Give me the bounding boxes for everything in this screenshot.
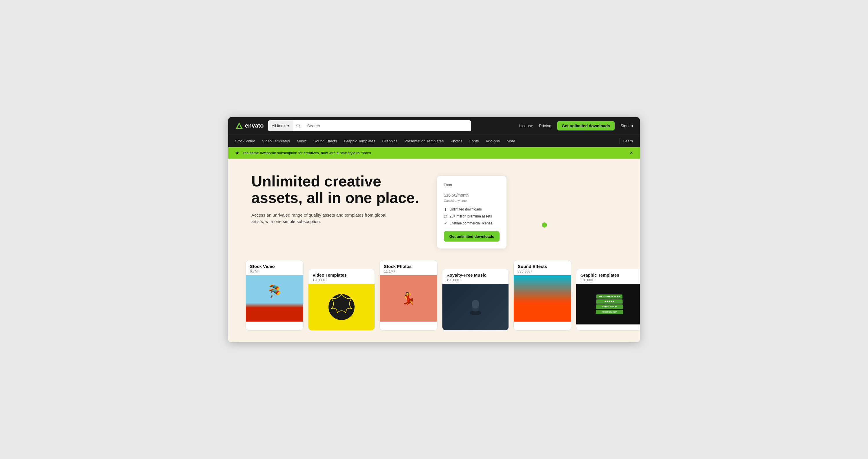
card-title-stock-photos: Stock Photos (384, 264, 433, 269)
subnav-stock-video[interactable]: Stock Video (235, 139, 255, 143)
all-items-dropdown[interactable]: All Items ▾ (268, 120, 293, 131)
card-label-graphic-templates: Graphic Templates 320,000+ (576, 269, 640, 284)
pricing-link[interactable]: Pricing (539, 124, 551, 128)
subnav-learn[interactable]: Learn (623, 139, 633, 143)
card-image-stock-photos: 💃 (380, 275, 437, 322)
pricing-feature-1-text: Unlimited downloads (450, 207, 482, 211)
photoshop-stack: PHOTOSHOP FILES ★★★★★ PHOTOSHOP PHOTOSHO… (596, 295, 623, 314)
subnav-graphic-templates[interactable]: Graphic Templates (344, 139, 375, 143)
card-label-sound-effects: Sound Effects 770,000+ (514, 261, 571, 275)
ps-box-1: PHOTOSHOP FILES (596, 295, 622, 299)
card-title-music: Royalty-Free Music (446, 273, 504, 277)
subnav-fonts[interactable]: Fonts (469, 139, 479, 143)
card-label-music: Royalty-Free Music 190,000+ (442, 269, 508, 284)
search-input[interactable] (304, 124, 471, 128)
svg-rect-8 (472, 300, 479, 308)
banner-star-icon: ★ (235, 150, 239, 156)
asset-card-sound-effects[interactable]: Sound Effects 770,000+ (514, 260, 571, 331)
search-icon (293, 124, 304, 128)
card-image-graphic-templates: PHOTOSHOP FILES ★★★★★ PHOTOSHOP PHOTOSHO… (576, 284, 640, 325)
hero-title: Unlimited creative assets, all in one pl… (251, 173, 425, 206)
search-bar: All Items ▾ (268, 120, 471, 131)
card-label-video-templates: Video Templates 120,000+ (308, 269, 375, 284)
card-image-music (442, 284, 508, 330)
envato-logo-icon (235, 122, 243, 130)
card-count-music: 190,000+ (446, 278, 504, 282)
ps-box-4: PHOTOSHOP (596, 310, 623, 314)
all-items-label: All Items (272, 124, 286, 128)
card-title-video-templates: Video Templates (312, 273, 371, 277)
sign-in-button[interactable]: Sign in (620, 124, 633, 128)
asset-card-music[interactable]: Royalty-Free Music 190,000+ (442, 269, 509, 331)
pricing-feature-3-text: Lifetime commercial license (450, 221, 492, 225)
asset-cards-section: Stock Video 6.7M+ 🪂 Video Templates 120,… (228, 257, 640, 342)
subnav-more[interactable]: More (507, 139, 516, 143)
card-title-stock-video: Stock Video (250, 264, 299, 269)
card-count-sound-effects: 770,000+ (518, 269, 567, 273)
assets-icon: ◎ (444, 214, 447, 219)
subnav-video-templates[interactable]: Video Templates (262, 139, 290, 143)
hero-section: Unlimited creative assets, all in one pl… (228, 159, 640, 257)
pricing-price: $16.50/month (444, 188, 499, 199)
promo-banner: ★ The same awesome subscription for crea… (228, 147, 640, 159)
card-count-video-templates: 120,000+ (312, 278, 371, 282)
download-icon: ⬇ (444, 207, 447, 212)
pricing-price-value: $16.50 (444, 193, 456, 197)
subnav-sound-effects[interactable]: Sound Effects (314, 139, 337, 143)
card-title-sound-effects: Sound Effects (518, 264, 567, 269)
license-link[interactable]: License (519, 124, 533, 128)
pricing-feature-2-text: 20+ million premium assets (450, 214, 492, 218)
subnav-addons[interactable]: Add-ons (486, 139, 499, 143)
license-icon: ✓ (444, 221, 447, 225)
pricing-feature-2: ◎ 20+ million premium assets (444, 214, 499, 219)
svg-line-3 (299, 127, 300, 128)
logo[interactable]: envato (235, 122, 264, 130)
nav-right: License Pricing Get unlimited downloads … (519, 121, 633, 130)
card-label-stock-photos: Stock Photos 11.1M+ (380, 261, 437, 275)
card-label-stock-video: Stock Video 6.7M+ (246, 261, 303, 275)
subnav-graphics[interactable]: Graphics (382, 139, 398, 143)
pricing-cta-button[interactable]: Get unlimited downloads (444, 232, 499, 242)
ps-box-2: ★★★★★ (596, 299, 623, 304)
logo-text: envato (245, 122, 264, 129)
card-image-sound-effects (514, 275, 571, 322)
card-count-stock-video: 6.7M+ (250, 269, 299, 273)
subnav: Stock Video Video Templates Music Sound … (228, 134, 640, 147)
pricing-from-label: From (444, 183, 499, 187)
asset-card-stock-video[interactable]: Stock Video 6.7M+ 🪂 (246, 260, 304, 331)
subnav-music[interactable]: Music (297, 139, 307, 143)
hero-dot-decoration (542, 222, 547, 227)
get-unlimited-button[interactable]: Get unlimited downloads (557, 121, 615, 130)
navbar: envato All Items ▾ License Pricing Get u… (228, 117, 640, 134)
card-count-stock-photos: 11.1M+ (384, 269, 433, 273)
card-image-video-templates (308, 284, 375, 330)
banner-text: The same awesome subscription for creati… (242, 151, 627, 155)
subnav-divider (620, 138, 620, 144)
subnav-presentation-templates[interactable]: Presentation Templates (404, 139, 444, 143)
pricing-feature-1: ⬇ Unlimited downloads (444, 207, 499, 212)
card-count-graphic-templates: 320,000+ (580, 278, 639, 282)
banner-close-button[interactable]: × (630, 150, 633, 155)
subnav-photos[interactable]: Photos (451, 139, 462, 143)
pricing-card: From $16.50/month Cancel any time ⬇ Unli… (437, 176, 506, 248)
card-title-graphic-templates: Graphic Templates (580, 273, 639, 277)
chevron-down-icon: ▾ (287, 124, 289, 128)
ps-box-3: PHOTOSHOP (596, 304, 623, 309)
browser-frame: envato All Items ▾ License Pricing Get u… (228, 117, 640, 342)
pricing-cancel-text: Cancel any time (444, 199, 499, 203)
hero-text-block: Unlimited creative assets, all in one pl… (251, 173, 425, 225)
card-image-stock-video: 🪂 (246, 275, 303, 322)
asset-card-stock-photos[interactable]: Stock Photos 11.1M+ 💃 (379, 260, 437, 331)
asset-card-graphic-templates[interactable]: Graphic Templates 320,000+ PHOTOSHOP FIL… (576, 269, 640, 331)
asset-card-video-templates[interactable]: Video Templates 120,000+ (308, 269, 375, 331)
hero-subtitle: Access an unrivaled range of quality ass… (251, 212, 391, 225)
pricing-per-month: /month (456, 193, 469, 197)
pricing-feature-3: ✓ Lifetime commercial license (444, 221, 499, 225)
subnav-links: Stock Video Video Templates Music Sound … (235, 139, 616, 143)
